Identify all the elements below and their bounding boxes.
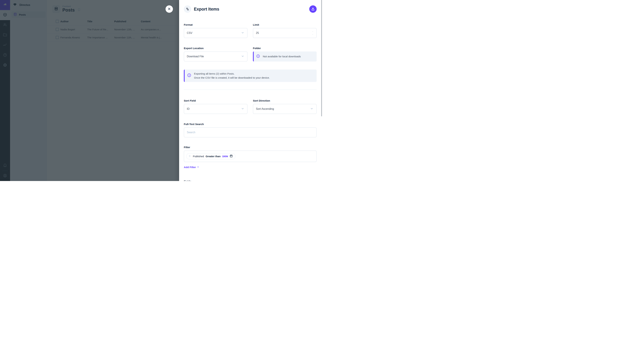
calendar-icon[interactable] [230,154,233,158]
limit-field: Limit [253,23,317,38]
import-export-icon [184,5,191,13]
chevron-down-icon [241,54,244,59]
format-label: Format [184,23,248,27]
sort-direction-label: Sort Direction [253,99,317,103]
download-button[interactable] [309,5,317,13]
chevron-down-icon [310,107,314,111]
export-location-field: Export Location Download File [184,47,248,61]
modal-overlay[interactable] [0,0,179,181]
section-divider [184,89,317,90]
filter-field: Filter Published Greater than $NOW [184,146,317,169]
stepper-up-icon [312,31,314,32]
drawer-header: Export Items [179,0,322,13]
chevron-down-icon [241,107,244,111]
format-value: CSV [187,31,192,34]
export-location-select[interactable]: Download File [184,51,248,61]
export-info-line1: Exporting all items (2) within Posts. [194,72,270,76]
folder-notice-text: Not available for local downloads [263,55,301,58]
scrollbar-thumb[interactable] [321,0,322,116]
info-icon [187,73,191,79]
format-field: Format CSV [184,23,248,38]
chevron-down-icon [241,31,244,35]
search-label: Full-Text Search [184,123,317,126]
export-location-label: Export Location [184,47,248,50]
stepper-down-icon [312,34,314,35]
page-scrollbar[interactable] [321,0,322,181]
filter-label: Filter [184,146,317,149]
add-filter-button[interactable]: Add Filter [184,165,200,169]
folder-notice: Not available for local downloads [253,51,317,61]
filter-rule[interactable]: Published Greater than $NOW [186,153,236,159]
sort-field-select[interactable]: ID [184,104,248,114]
export-location-value: Download File [187,55,204,58]
add-filter-label: Add Filter [184,166,196,169]
sort-direction-select[interactable]: Sort Ascending [253,104,317,114]
close-button[interactable] [166,5,173,13]
limit-label: Limit [253,23,317,27]
sort-field-field: Sort Field ID [184,99,248,114]
filter-rule-field[interactable]: Published [193,155,204,158]
sort-direction-field: Sort Direction Sort Ascending [253,99,317,114]
download-icon [311,7,315,11]
search-field: Full-Text Search [184,123,317,137]
limit-input-wrap [253,28,317,38]
limit-input[interactable] [253,28,316,38]
drawer-body: Format CSV Limit [179,23,322,181]
filter-box: Published Greater than $NOW [184,150,317,162]
export-info-notice: Exporting all items (2) within Posts. On… [184,69,317,82]
export-info-line2: Once the CSV file is created, it will be… [194,76,270,80]
sort-field-value: ID [187,107,190,110]
info-icon [256,54,260,59]
sort-direction-value: Sort Ascending [256,107,274,110]
close-icon [167,7,171,11]
drag-handle-icon[interactable] [188,155,191,158]
filter-rule-value[interactable]: $NOW [222,155,228,158]
search-input[interactable] [184,127,317,137]
folder-field: Folder Not available for local downloads [253,47,317,61]
fields-label: Fields [184,180,317,181]
app: Directus Posts Content Posts [0,0,322,181]
limit-stepper[interactable] [312,28,314,38]
filter-rule-operator[interactable]: Greater than [206,155,220,158]
export-info-text: Exporting all items (2) within Posts. On… [194,72,270,80]
folder-label: Folder [253,47,317,50]
chevron-down-icon [196,165,200,169]
format-select[interactable]: CSV [184,28,248,38]
sort-field-label: Sort Field [184,99,248,103]
export-drawer: Export Items Format CSV [179,0,322,181]
drawer-title: Export Items [194,7,219,11]
